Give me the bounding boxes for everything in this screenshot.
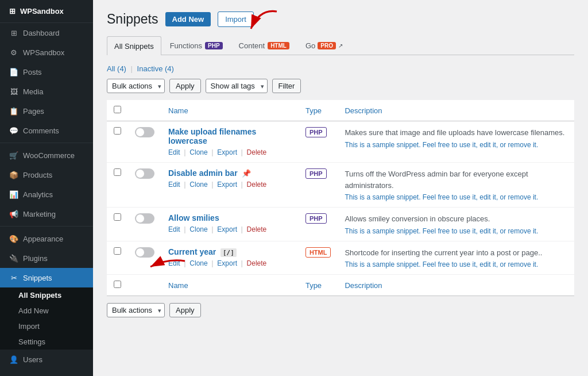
snippet-name-link[interactable]: Current year — [168, 247, 216, 256]
snippet-name-link[interactable]: Make upload filenames lowercase — [168, 127, 256, 145]
submenu-all-snippets[interactable]: All Snippets — [0, 287, 93, 303]
dashboard-icon: ⊞ — [9, 7, 16, 16]
show-all-tags-select[interactable]: Show all tags — [206, 79, 268, 93]
row-checkbox[interactable] — [114, 168, 121, 176]
tab-content[interactable]: Content HTML — [231, 36, 297, 55]
sidebar-item-analytics[interactable]: 📊 Analytics — [0, 185, 93, 204]
export-link[interactable]: Export — [217, 148, 237, 156]
row-type: PHP — [299, 208, 338, 241]
th-name-footer: Name — [161, 275, 299, 296]
row-checkbox[interactable] — [114, 247, 121, 255]
filter-button[interactable]: Filter — [272, 79, 301, 93]
row-checkbox[interactable] — [114, 127, 121, 135]
sidebar-item-snippets[interactable]: ✂ Snippets — [0, 268, 93, 287]
row-checkbox[interactable] — [114, 213, 121, 221]
all-count: (4) — [117, 64, 126, 73]
delete-link[interactable]: Delete — [247, 148, 267, 156]
submenu-import[interactable]: Import — [0, 319, 93, 334]
add-new-button[interactable]: Add New — [165, 12, 211, 26]
snippets-icon: ✂ — [9, 273, 18, 282]
plugins-icon: 🔌 — [9, 254, 18, 263]
submenu-add-new[interactable]: Add New — [0, 303, 93, 319]
external-link-icon: ↗ — [338, 43, 343, 49]
submenu-settings[interactable]: Settings — [0, 334, 93, 350]
bulk-actions-select[interactable]: Bulk actions — [107, 79, 165, 93]
table-footer-header-row: Name Type Description — [107, 275, 574, 296]
row-description: Shortcode for inserting the current year… — [338, 241, 574, 275]
apply-button-bottom[interactable]: Apply — [169, 303, 201, 317]
products-icon: 📦 — [9, 170, 18, 179]
edit-link[interactable]: Edit — [168, 148, 180, 156]
tab-functions[interactable]: Functions PHP — [163, 36, 230, 55]
sidebar-item-products[interactable]: 📦 Products — [0, 165, 93, 185]
snippet-name-link[interactable]: Allow smilies — [168, 213, 219, 222]
delete-link[interactable]: Delete — [247, 181, 267, 189]
shortcode-badge: [/] — [220, 248, 237, 257]
bulk-actions-select-bottom[interactable]: Bulk actions — [107, 303, 165, 317]
tab-all-snippets[interactable]: All Snippets — [107, 36, 161, 55]
row-description: Allows smiley conversion in obscure plac… — [338, 208, 574, 241]
select-all-checkbox[interactable] — [114, 106, 121, 113]
export-link[interactable]: Export — [217, 225, 237, 233]
clone-link[interactable]: Clone — [189, 259, 207, 267]
apply-button-top[interactable]: Apply — [169, 79, 201, 93]
page-header: Snippets Add New Import — [107, 11, 574, 27]
import-button[interactable]: Import — [218, 11, 254, 27]
filter-all-link[interactable]: All (4) — [107, 64, 126, 73]
description-main: Makes sure that image and file uploads h… — [345, 127, 567, 139]
snippet-toggle[interactable] — [135, 168, 154, 179]
sidebar-item-appearance[interactable]: 🎨 Appearance — [0, 229, 93, 248]
sidebar-item-posts[interactable]: 📄 Posts — [0, 62, 93, 82]
sidebar-brand[interactable]: ⊞ WPSandbox — [0, 0, 93, 23]
sidebar-item-marketing[interactable]: 📢 Marketing — [0, 204, 93, 224]
sidebar-item-dashboard[interactable]: ⊞ Dashboard — [0, 23, 93, 43]
export-link[interactable]: Export — [217, 181, 237, 189]
snippets-table: Name Type Description — [107, 100, 574, 296]
th-description: Description — [338, 100, 574, 121]
edit-link[interactable]: Edit — [168, 225, 180, 233]
clone-link[interactable]: Clone — [189, 225, 207, 233]
php-badge: PHP — [205, 42, 223, 49]
table-head: Name Type Description — [107, 100, 574, 121]
sidebar-item-woocommerce[interactable]: 🛒 WooCommerce — [0, 145, 93, 165]
gear-icon: ⚙ — [9, 48, 18, 57]
snippet-toggle[interactable] — [135, 213, 154, 224]
th-toggle-footer — [128, 275, 161, 296]
row-description: Turns off the WordPress admin bar for ev… — [338, 163, 574, 208]
description-sample: This is a sample snippet. Feel free to u… — [345, 260, 567, 268]
sidebar-item-media[interactable]: 🖼 Media — [0, 82, 93, 101]
bulk-actions-wrapper-bottom: Bulk actions — [107, 303, 165, 317]
snippet-name-link[interactable]: Disable admin bar — [168, 168, 238, 178]
sidebar-divider — [0, 143, 93, 143]
delete-link[interactable]: Delete — [247, 225, 267, 233]
snippet-toggle[interactable] — [135, 127, 154, 137]
sidebar-item-label: Snippets — [23, 274, 52, 282]
sidebar-divider — [0, 226, 93, 227]
snippet-toggle[interactable] — [135, 247, 154, 258]
filter-inactive-link[interactable]: Inactive (4) — [137, 64, 174, 73]
row-check — [107, 163, 128, 208]
select-all-checkbox-bottom[interactable] — [114, 281, 121, 288]
delete-link[interactable]: Delete — [247, 259, 267, 267]
description-main: Turns off the WordPress admin bar for ev… — [345, 168, 567, 191]
description-sample: This is a sample snippet. Feel free to u… — [345, 193, 567, 201]
clone-link[interactable]: Clone — [189, 148, 207, 156]
sidebar-item-users[interactable]: 👤 Users — [0, 350, 93, 369]
snippet-actions: Edit | Clone | Export | Delete — [168, 225, 292, 233]
sidebar-item-label: Appearance — [23, 235, 63, 243]
tab-go[interactable]: Go PRO ↗ — [298, 36, 350, 55]
sidebar-item-comments[interactable]: 💬 Comments — [0, 121, 93, 140]
edit-link[interactable]: Edit — [168, 259, 180, 267]
description-sample: This is a sample snippet. Feel free to u… — [345, 141, 567, 149]
table-row: Allow smilies Edit | Clone | Export | De… — [107, 208, 574, 241]
main-content: Snippets Add New Import All Snippets — [93, 0, 588, 336]
export-link[interactable]: Export — [217, 259, 237, 267]
sidebar-item-wpsandbox[interactable]: ⚙ WPSandbox — [0, 43, 93, 62]
row-name-cell: Current year [/] Edit | Clone | Export |… — [161, 241, 299, 275]
table-header-row: Name Type Description — [107, 100, 574, 121]
edit-link[interactable]: Edit — [168, 181, 180, 189]
sidebar-item-plugins[interactable]: 🔌 Plugins — [0, 248, 93, 268]
table-row: Make upload filenames lowercase Edit | C… — [107, 121, 574, 163]
sidebar-item-pages[interactable]: 📋 Pages — [0, 101, 93, 121]
clone-link[interactable]: Clone — [189, 181, 207, 189]
